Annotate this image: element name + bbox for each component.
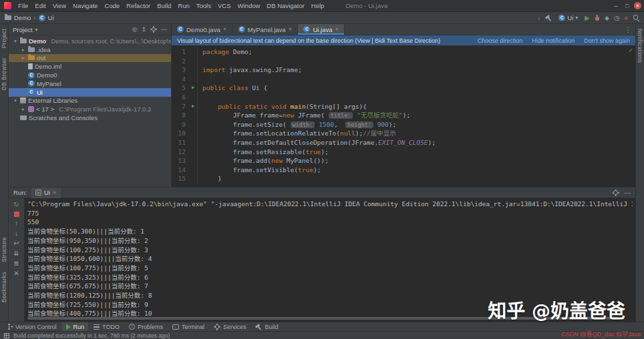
close-icon[interactable]: ✕ — [223, 27, 227, 32]
update-project-button[interactable]: ↓ — [538, 15, 541, 21]
tab-demo0-java[interactable]: Demo0.java✕ — [172, 24, 233, 35]
list-icon — [94, 324, 100, 330]
console-line: 775 — [27, 209, 633, 218]
stop-button[interactable] — [14, 212, 19, 217]
breadcrumb-file[interactable]: Ui — [48, 14, 54, 21]
menu-help[interactable]: Help — [308, 2, 328, 9]
down-stack-button[interactable]: ↓ — [15, 230, 18, 238]
tree-item-demo-iml[interactable]: Demo.iml — [9, 62, 171, 71]
toolwindow-button-version-control[interactable]: Version Control — [3, 322, 61, 331]
stop-button[interactable]: ■ — [624, 15, 628, 21]
banner-links: Choose directionHide notificationDon't s… — [478, 37, 630, 44]
tree-item-17[interactable]: ▸< 17 >C:\Program Files\Java\jdk-17.0.2 — [9, 105, 171, 113]
console-line: 当前食物坐标(1050,600)|||当前分数: 4 — [27, 254, 633, 264]
tree-item-annotation: C:\Program Files\Java\jdk-17.0.2 — [59, 105, 151, 113]
close-icon[interactable]: ✕ — [53, 190, 57, 196]
line-number: 14 — [172, 165, 189, 175]
run-config-label: Ui — [567, 14, 573, 21]
editor-tabs: Demo0.java✕MyPanel.java✕Ui.java✕ — [172, 24, 345, 35]
up-stack-button[interactable]: ↑ — [15, 220, 18, 228]
stripe-button-notifications[interactable]: Notifications — [637, 29, 643, 63]
tree-item-out[interactable]: ▸out — [9, 54, 171, 63]
run-line-icon[interactable]: ▶ — [189, 83, 198, 93]
run-line-icon[interactable]: ▶ — [189, 102, 198, 111]
rerun-button[interactable]: ↻ — [13, 201, 19, 209]
menu-code[interactable]: Code — [102, 2, 124, 9]
minimize-button[interactable]: – — [611, 3, 621, 9]
inspections-ok-icon[interactable]: ✓ — [629, 47, 633, 53]
debug-button[interactable] — [595, 15, 600, 21]
stripe-button-structure[interactable]: Structure — [1, 237, 7, 262]
line-number: 12 — [172, 147, 189, 157]
run-config-selector[interactable]: Ui ▾ — [556, 14, 580, 21]
tree-item-idea[interactable]: ▸.idea — [9, 45, 171, 54]
toolwindow-button-problems[interactable]: Problems — [125, 322, 167, 331]
code-line: 6 — [172, 93, 635, 102]
line-number: 11 — [172, 138, 189, 147]
tree-item-demo0[interactable]: Demo0 — [9, 71, 171, 79]
collapse-all-button[interactable]: ↥ — [141, 26, 146, 33]
run-panel-title: Run: — [13, 189, 27, 196]
banner-link-don-t-show-again[interactable]: Don't show again — [584, 37, 630, 44]
toolwindow-button-terminal[interactable]: Terminal — [168, 322, 208, 331]
breadcrumb-project[interactable]: Demo — [14, 14, 31, 21]
menu-refactor[interactable]: Refactor — [123, 2, 154, 9]
toolwindow-button-services[interactable]: Services — [210, 322, 251, 331]
menu-vcs[interactable]: VCS — [214, 2, 234, 9]
profiler-button[interactable]: ◷ — [614, 15, 619, 21]
menu-file[interactable]: File — [15, 2, 31, 9]
tree-item-label: MyPanel — [37, 80, 61, 87]
banner-link-choose-direction[interactable]: Choose direction — [478, 37, 523, 44]
tree-item-ui[interactable]: Ui — [9, 88, 171, 97]
close-icon[interactable]: ✕ — [289, 27, 293, 32]
run-panel-header: Run: Ui ✕ — — [9, 188, 635, 198]
build-button[interactable] — [545, 15, 552, 21]
tree-item-demo[interactable]: ▾DemoDemo, sources root, C:\Users\...\De… — [9, 37, 171, 45]
soft-wrap-button[interactable]: ↩ — [13, 240, 19, 248]
clear-all-button[interactable]: ✕ — [13, 270, 19, 278]
menu-navigate[interactable]: Navigate — [69, 2, 102, 9]
settings-button[interactable] — [150, 26, 157, 33]
menu-window[interactable]: Window — [234, 2, 264, 9]
menu-db-navigator[interactable]: DB Navigator — [263, 2, 308, 9]
menu-edit[interactable]: Edit — [31, 2, 49, 9]
run-button[interactable]: ▶ — [585, 15, 589, 21]
tab-mypanel-java[interactable]: MyPanel.java✕ — [233, 24, 299, 35]
hide-icon[interactable]: — — [625, 189, 631, 196]
maximize-button[interactable]: □ — [623, 3, 632, 9]
chevron-icon: ▸ — [21, 55, 26, 61]
chevron-icon: ▸ — [21, 47, 26, 53]
stripe-button-db-browser[interactable]: DB Browser — [1, 57, 7, 90]
tab-ui-java[interactable]: Ui.java✕ — [298, 24, 345, 35]
menu-build[interactable]: Build — [154, 2, 174, 9]
toolwindow-button-build[interactable]: Build — [251, 322, 282, 331]
chevron-icon: ▾ — [13, 38, 18, 44]
locate-file-button[interactable]: ◎ — [132, 26, 138, 33]
toolwindow-button-todo[interactable]: TODO — [90, 322, 124, 331]
console-output[interactable]: "C:\Program Files\Java\jdk-17.0.2\bin\ja… — [25, 198, 635, 322]
toolwindow-button-run[interactable]: Run — [62, 322, 89, 331]
stripe-button-project[interactable]: Project — [1, 29, 7, 48]
menu-run[interactable]: Run — [174, 2, 192, 9]
menu-tools[interactable]: Tools — [193, 2, 214, 9]
code-editor[interactable]: 1package Demo;23import javax.swing.JFram… — [172, 45, 635, 187]
menu-view[interactable]: View — [49, 2, 69, 9]
gear-icon[interactable] — [613, 190, 619, 196]
run-tab[interactable]: Ui ✕ — [31, 188, 61, 198]
search-icon[interactable] — [633, 15, 639, 21]
more-icon[interactable]: ⋮ — [621, 24, 636, 35]
tree-item-external-libraries[interactable]: ▾External Libraries — [9, 97, 171, 105]
horizontal-scrollbar[interactable] — [27, 317, 618, 320]
print-button[interactable]: ≣ — [13, 260, 19, 268]
tree-item-scratches-and-consoles[interactable]: Scratches and Consoles — [9, 113, 171, 122]
toolwindow-switcher-icon[interactable] — [4, 333, 9, 338]
project-panel-title[interactable]: Project — [13, 26, 33, 33]
close-button[interactable]: ✕ — [634, 2, 641, 9]
tree-item-mypanel[interactable]: MyPanel — [9, 79, 171, 88]
scroll-to-end-button[interactable]: ⇊ — [13, 250, 19, 258]
banner-link-hide-notification[interactable]: Hide notification — [532, 37, 575, 44]
close-icon[interactable]: ✕ — [335, 27, 339, 32]
stripe-button-bookmarks[interactable]: Bookmarks — [1, 272, 7, 302]
coverage-button[interactable]: ◈ — [605, 15, 609, 21]
hide-button[interactable]: — — [161, 26, 167, 33]
